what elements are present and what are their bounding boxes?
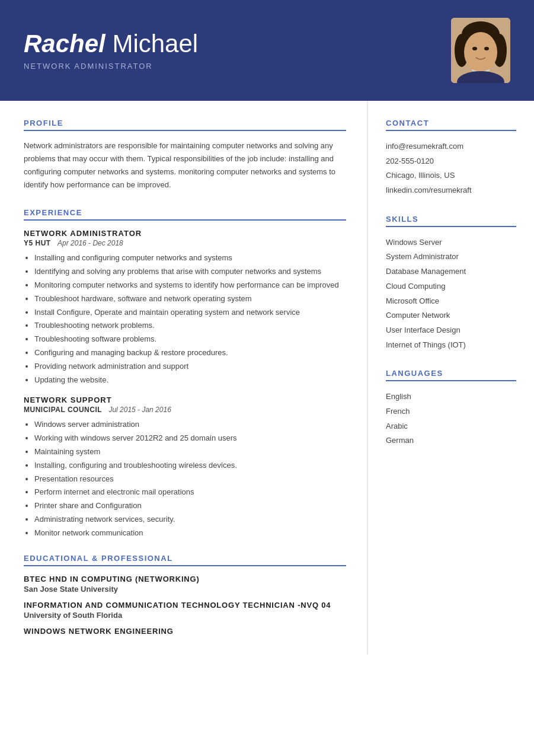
list-item: Providing network administration and sup… — [34, 361, 346, 373]
right-column: CONTACT info@resumekraft.com 202-555-012… — [368, 101, 534, 655]
job-2-company-line: MUNICIPAL COUNCIL Jul 2015 - Jan 2016 — [24, 406, 346, 414]
list-item: Configuring and managing backup & restor… — [34, 347, 346, 359]
header: Rachel Michael NETWORK ADMINISTRATOR — [0, 0, 534, 101]
edu-1: BTEC HND IN COMPUTING (NETWORKING) San J… — [24, 575, 346, 594]
edu-2-school: University of South Florida — [24, 611, 346, 620]
edu-3-degree: WINDOWS NETWORK ENGINEERING — [24, 627, 346, 636]
job-2: NETWORK SUPPORT MUNICIPAL COUNCIL Jul 20… — [24, 395, 346, 539]
job-1-bullets: Installing and configuring computer netw… — [24, 252, 346, 386]
job-1: NETWORK ADMINISTRATOR Y5 HUT Apr 2016 - … — [24, 229, 346, 386]
list-item: Installing and configuring computer netw… — [34, 252, 346, 264]
header-name: Rachel Michael — [24, 30, 198, 58]
edu-2-degree: INFORMATION AND COMMUNICATION TECHNOLOGY… — [24, 601, 346, 610]
svg-point-7 — [484, 47, 489, 50]
list-item: Troubleshooting network problems. — [34, 320, 346, 332]
resume-container: Rachel Michael NETWORK ADMINISTRATOR — [0, 0, 534, 756]
skills-section-title: SKILLS — [386, 215, 516, 227]
list-item: Updating the website. — [34, 374, 346, 387]
list-item: Installing, configuring and troubleshoot… — [34, 460, 346, 472]
skill-1: Windows Server — [386, 235, 516, 250]
skill-7: User Interface Design — [386, 323, 516, 338]
contact-address: Chicago, Illinois, US — [386, 168, 516, 183]
skill-6: Computer Network — [386, 308, 516, 323]
list-item: Working with windows server 2012R2 and 2… — [34, 432, 346, 445]
profile-section: PROFILE Network administrators are respo… — [24, 119, 346, 192]
language-4: German — [386, 433, 516, 448]
languages-section: LANGUAGES English French Arabic German — [386, 369, 516, 448]
svg-point-6 — [472, 47, 477, 50]
skill-8: Internet of Things (IOT) — [386, 338, 516, 353]
list-item: Printer share and Configuration — [34, 500, 346, 512]
contact-email: info@resumekraft.com — [386, 139, 516, 154]
list-item: Troubleshoot hardware, software and netw… — [34, 293, 346, 305]
skill-3: Database Management — [386, 264, 516, 279]
job-1-company-line: Y5 HUT Apr 2016 - Dec 2018 — [24, 239, 346, 247]
contact-section-title: CONTACT — [386, 119, 516, 131]
skill-4: Cloud Computing — [386, 279, 516, 294]
profile-text: Network administrators are responsible f… — [24, 139, 346, 192]
list-item: Monitoring computer networks and systems… — [34, 279, 346, 292]
left-column: PROFILE Network administrators are respo… — [0, 101, 368, 655]
list-item: Presentation resources — [34, 473, 346, 486]
job-2-dates: Jul 2015 - Jan 2016 — [108, 406, 171, 414]
language-2: French — [386, 404, 516, 419]
list-item: Administrating network services, securit… — [34, 513, 346, 526]
edu-1-school: San Jose State University — [24, 585, 346, 594]
edu-1-degree: BTEC HND IN COMPUTING (NETWORKING) — [24, 575, 346, 583]
list-item: Windows server administration — [34, 419, 346, 431]
job-2-bullets: Windows server administration Working wi… — [24, 419, 346, 539]
list-item: Maintaining system — [34, 446, 346, 458]
skill-5: Microsoft Office — [386, 294, 516, 309]
experience-section: EXPERIENCE NETWORK ADMINISTRATOR Y5 HUT … — [24, 208, 346, 539]
job-2-company: MUNICIPAL COUNCIL — [24, 406, 102, 414]
job-1-title: NETWORK ADMINISTRATOR — [24, 229, 346, 238]
contact-linkedin: linkedin.com/resumekraft — [386, 183, 516, 198]
languages-section-title: LANGUAGES — [386, 369, 516, 381]
body: PROFILE Network administrators are respo… — [0, 101, 534, 655]
list-item: Perform internet and electronic mail ope… — [34, 486, 346, 499]
header-text: Rachel Michael NETWORK ADMINISTRATOR — [24, 30, 198, 70]
education-section-title: EDUCATIONAL & PROFESSIONAL — [24, 554, 346, 566]
job-1-company: Y5 HUT — [24, 239, 51, 247]
profile-photo — [451, 18, 510, 83]
list-item: Identifying and solving any problems tha… — [34, 266, 346, 278]
list-item: Troubleshooting software problems. — [34, 333, 346, 346]
experience-section-title: EXPERIENCE — [24, 208, 346, 221]
first-name: Rachel — [24, 30, 105, 58]
education-section: EDUCATIONAL & PROFESSIONAL BTEC HND IN C… — [24, 554, 346, 636]
header-title: NETWORK ADMINISTRATOR — [24, 62, 198, 71]
job-1-dates: Apr 2016 - Dec 2018 — [57, 239, 123, 247]
job-2-title: NETWORK SUPPORT — [24, 395, 346, 404]
language-1: English — [386, 390, 516, 404]
last-name: Michael — [112, 30, 198, 58]
edu-2: INFORMATION AND COMMUNICATION TECHNOLOGY… — [24, 601, 346, 620]
svg-point-5 — [464, 32, 497, 72]
contact-section: CONTACT info@resumekraft.com 202-555-012… — [386, 119, 516, 198]
list-item: Monitor network communication — [34, 527, 346, 540]
edu-3: WINDOWS NETWORK ENGINEERING — [24, 627, 346, 636]
language-3: Arabic — [386, 419, 516, 434]
skill-2: System Administrator — [386, 250, 516, 264]
skills-section: SKILLS Windows Server System Administrat… — [386, 215, 516, 353]
profile-section-title: PROFILE — [24, 119, 346, 131]
list-item: Install Configure, Operate and maintain … — [34, 307, 346, 319]
contact-phone: 202-555-0120 — [386, 154, 516, 169]
